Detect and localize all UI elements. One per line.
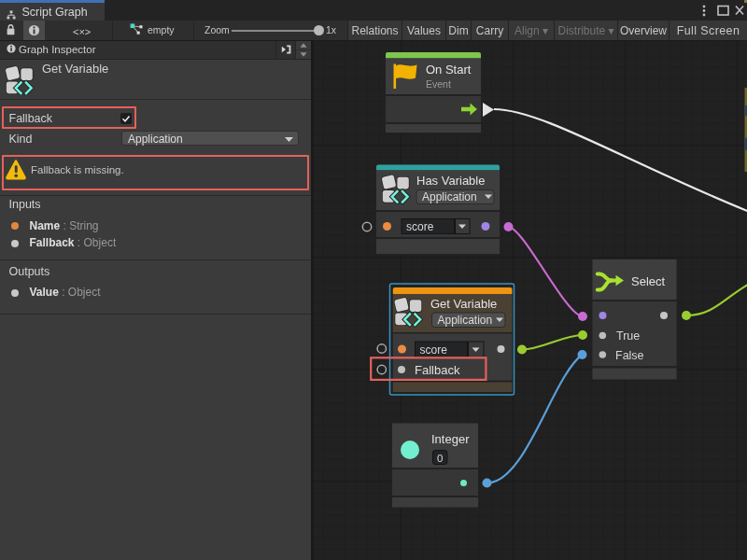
svg-text:False: False (615, 349, 644, 362)
svg-text:score: score (406, 220, 434, 233)
svg-text:Event: Event (426, 78, 451, 90)
svg-text:Select: Select (631, 274, 666, 288)
svg-text:On Start: On Start (426, 63, 472, 77)
svg-text:Application: Application (422, 190, 477, 203)
svg-text:Integer: Integer (431, 432, 470, 446)
svg-text:True: True (616, 329, 640, 343)
svg-text:Has Variable: Has Variable (416, 174, 485, 188)
svg-text:Application: Application (438, 314, 493, 327)
svg-text:Get Variable: Get Variable (430, 297, 497, 311)
svg-text:0: 0 (437, 453, 443, 464)
svg-text:Fallback: Fallback (415, 363, 460, 377)
svg-text:score: score (420, 343, 448, 357)
